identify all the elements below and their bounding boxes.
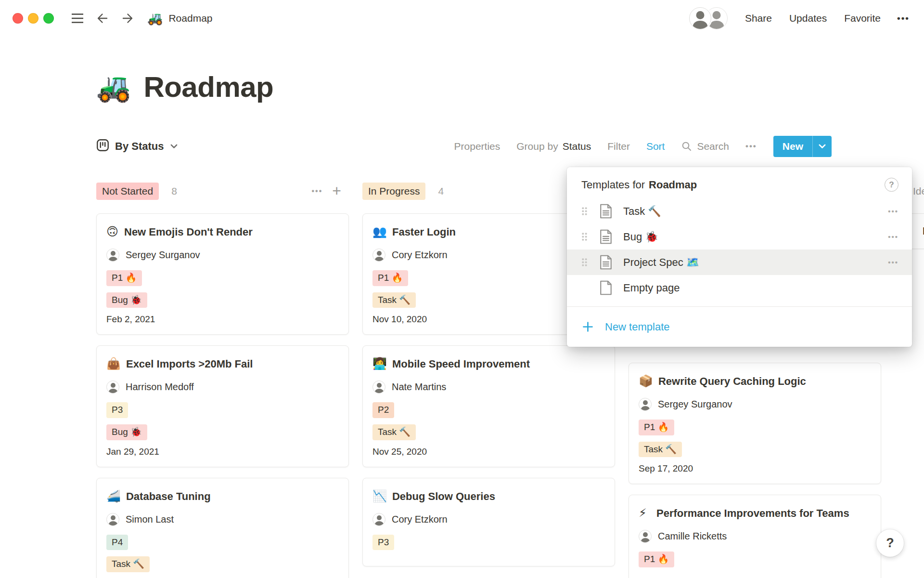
- tag-row: Task 🔨: [639, 442, 871, 458]
- card-assignee: Sergey Surganov: [639, 398, 871, 411]
- window-minimize-button[interactable]: [28, 13, 38, 24]
- card-emoji: ⚡: [639, 504, 651, 522]
- template-more-icon[interactable]: •••: [888, 233, 898, 241]
- column-add-card-icon[interactable]: +: [332, 185, 341, 197]
- column-more-icon[interactable]: •••: [312, 187, 323, 196]
- board-card[interactable]: 📦Rewrite Query Caching LogicSergey Surga…: [629, 363, 881, 484]
- card-assignee: Simon Last: [106, 513, 339, 526]
- new-template-button[interactable]: New template: [567, 306, 912, 347]
- template-row[interactable]: Bug 🐞•••: [567, 224, 912, 250]
- template-label: Project Spec 🗺️: [623, 256, 699, 269]
- tag-row: P3: [372, 535, 605, 551]
- sidebar-menu-icon[interactable]: [70, 12, 85, 25]
- board-card[interactable]: 🚄Database TuningSimon LastP4Task 🔨: [96, 478, 349, 578]
- card-title: 👜Excel Imports >20Mb Fail: [106, 355, 339, 372]
- tag-row: P1 🔥: [639, 420, 871, 435]
- card-assignee: Sergey Surganov: [106, 249, 339, 262]
- tag-row: Bug 🐞: [106, 424, 339, 440]
- favorite-button[interactable]: Favorite: [844, 13, 881, 24]
- board-card[interactable]: 🙃New Emojis Don't RenderSergey SurganovP…: [96, 213, 349, 335]
- tag-row: P3: [106, 402, 339, 418]
- template-row[interactable]: Project Spec 🗺️•••: [567, 250, 912, 275]
- breadcrumb-doc-title[interactable]: Roadmap: [168, 13, 212, 24]
- share-button[interactable]: Share: [745, 13, 772, 24]
- templates-list: Task 🔨•••Bug 🐞•••Project Spec 🗺️•••Empty…: [567, 198, 912, 301]
- card-title: ⚡Performance Improvements for Teams: [639, 504, 871, 522]
- card-title: 📦Rewrite Query Caching Logic: [639, 372, 871, 390]
- tag-badge: P3: [372, 535, 394, 551]
- card-assignee: Camille Ricketts: [639, 530, 871, 543]
- tag-badge: Task 🔨: [372, 292, 416, 308]
- doc-emoji: 🚜: [147, 12, 163, 25]
- tag-badge: P1 🔥: [372, 270, 408, 286]
- assignee-avatar: [372, 249, 385, 262]
- template-row[interactable]: Empty page: [567, 275, 912, 301]
- drag-handle-icon[interactable]: [581, 258, 588, 267]
- tag-row: P2: [372, 402, 605, 418]
- window-zoom-button[interactable]: [43, 13, 54, 24]
- collaborator-avatar[interactable]: [689, 7, 711, 29]
- column-cards: 📦Rewrite Query Caching LogicSergey Surga…: [629, 363, 881, 578]
- card-emoji: 🙃: [106, 223, 119, 240]
- tag-row: Task 🔨: [372, 424, 605, 440]
- templates-dropdown: Templates for Roadmap ? Task 🔨•••Bug 🐞••…: [567, 167, 912, 347]
- tag-badge: Bug 🐞: [106, 292, 147, 308]
- board-column: Not Started8•••+🙃New Emojis Don't Render…: [96, 179, 349, 578]
- card-emoji: 👜: [106, 355, 121, 372]
- tag-badge: P1 🔥: [106, 270, 142, 286]
- board-card[interactable]: 👩‍💻Mobile Speed ImprovementNate MartinsP…: [362, 345, 615, 467]
- drag-handle-icon[interactable]: [581, 207, 588, 216]
- assignee-avatar: [106, 381, 119, 394]
- column-count: 4: [438, 185, 444, 197]
- tag-badge: Task 🔨: [639, 442, 682, 458]
- card-assignee: Cory Etzkorn: [372, 513, 605, 526]
- card-assignee: Harrison Medoff: [106, 381, 339, 394]
- column-header: Not Started8•••+: [96, 182, 349, 200]
- help-button[interactable]: ?: [876, 529, 904, 557]
- column-actions: •••+: [312, 185, 349, 197]
- card-emoji: 🚄: [106, 487, 121, 505]
- template-label: Task 🔨: [623, 205, 661, 218]
- card-date: Feb 2, 2021: [106, 314, 339, 325]
- new-template-label: New template: [605, 321, 670, 333]
- card-assignee: Nate Martins: [372, 381, 605, 394]
- assignee-avatar: [106, 513, 119, 526]
- column-count: 8: [171, 185, 177, 197]
- drag-handle-icon[interactable]: [581, 232, 588, 241]
- card-title: 🙃New Emojis Don't Render: [106, 223, 339, 240]
- templates-help-icon[interactable]: ?: [885, 178, 898, 192]
- updates-button[interactable]: Updates: [789, 13, 827, 24]
- column-title-badge[interactable]: Not Started: [96, 183, 159, 199]
- board-card[interactable]: 📉Debug Slow QueriesCory EtzkornP3: [362, 478, 615, 567]
- tag-badge: P1 🔥: [639, 420, 674, 435]
- tag-badge: P4: [106, 535, 128, 551]
- document-icon: [599, 229, 613, 244]
- card-emoji: 📦: [639, 372, 653, 390]
- column-cards: 🙃New Emojis Don't RenderSergey SurganovP…: [96, 213, 349, 578]
- card-emoji: 📉: [372, 487, 387, 505]
- forward-arrow-icon[interactable]: [120, 11, 135, 26]
- tag-row: P1 🔥: [106, 270, 339, 286]
- card-title: 👩‍💻Mobile Speed Improvement: [372, 355, 605, 372]
- assignee-avatar: [372, 513, 385, 526]
- board-card[interactable]: 👜Excel Imports >20Mb FailHarrison Medoff…: [96, 345, 349, 467]
- window-close-button[interactable]: [13, 13, 23, 24]
- back-arrow-icon[interactable]: [95, 11, 110, 26]
- tag-badge: Task 🔨: [106, 556, 150, 572]
- template-label: Empty page: [623, 282, 680, 294]
- column-title-badge[interactable]: In Progress: [362, 183, 425, 199]
- template-label: Bug 🐞: [623, 231, 658, 243]
- board-card[interactable]: ⚡Performance Improvements for TeamsCamil…: [629, 495, 881, 578]
- assignee-avatar: [106, 249, 119, 262]
- more-options-icon[interactable]: •••: [897, 13, 910, 24]
- templates-title-name: Roadmap: [649, 179, 697, 191]
- template-row[interactable]: Task 🔨•••: [567, 198, 912, 224]
- assignee-name: Nate Martins: [392, 381, 446, 393]
- template-more-icon[interactable]: •••: [888, 207, 898, 215]
- card-date: Jan 29, 2021: [106, 447, 339, 457]
- template-more-icon[interactable]: •••: [888, 258, 898, 266]
- assignee-avatar: [372, 381, 385, 394]
- tag-row: Bug 🐞: [106, 292, 339, 308]
- assignee-name: Camille Ricketts: [658, 531, 727, 542]
- assignee-name: Harrison Medoff: [126, 381, 194, 393]
